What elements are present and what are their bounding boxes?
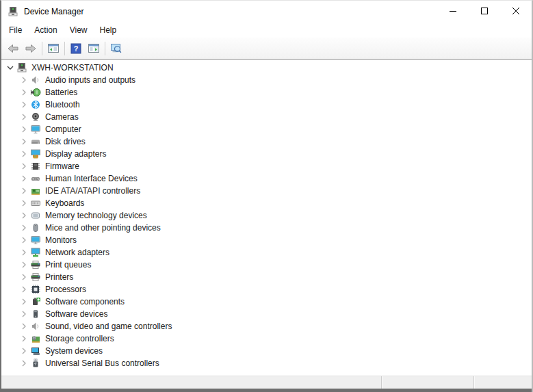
firmware-icon [30,161,41,172]
chevron-right-icon[interactable] [18,321,30,332]
tree-item-cameras[interactable]: Cameras [1,111,532,123]
tree-item-processors[interactable]: Processors [1,283,532,296]
statusbar [1,376,532,389]
tree-item-mice-and-other-pointing-devices[interactable]: Mice and other pointing devices [1,222,532,234]
chevron-right-icon[interactable] [18,296,30,307]
tree-item-ide-ata-atapi-controllers[interactable]: IDE ATA/ATAPI controllers [1,185,532,197]
tree-item-software-devices[interactable]: Software devices [1,308,532,320]
battery-icon [30,87,41,98]
chevron-right-icon[interactable] [18,99,30,110]
tree-item-firmware[interactable]: Firmware [1,160,532,172]
menu-file[interactable]: File [3,23,28,37]
close-button[interactable] [500,1,532,21]
software-component-icon [30,296,41,307]
tree-item-print-queues[interactable]: Print queues [1,259,532,271]
chevron-right-icon[interactable] [18,247,30,258]
arrow-left-icon [7,42,19,55]
tree-item-storage-controllers[interactable]: Storage controllers [1,332,532,345]
device-manager-icon [8,6,18,17]
tree-item-keyboards[interactable]: Keyboards [1,197,532,209]
chevron-right-icon[interactable] [18,272,30,283]
chevron-right-icon[interactable] [18,136,30,147]
window-bottom-border [1,389,532,392]
svg-text:?: ? [74,44,79,53]
tree-item-disk-drives[interactable]: Disk drives [1,135,532,148]
chevron-right-icon[interactable] [18,358,30,369]
tree-root-workstation[interactable]: XWH-WORKSTATION [1,62,532,74]
audio-icon [30,75,41,86]
window-controls [437,1,532,23]
status-pane [1,376,382,389]
chevron-right-icon[interactable] [18,259,30,270]
memory-icon [30,210,41,221]
tree-item-sound-video-and-game-controllers[interactable]: Sound, video and game controllers [1,320,532,332]
tree-root-label[interactable]: XWH-WORKSTATION [30,62,115,73]
processor-icon [30,284,41,295]
help-button[interactable]: ? [67,40,85,57]
help-icon: ? [70,42,82,55]
toolbar-separator [42,42,42,55]
chevron-right-icon[interactable] [18,235,30,246]
action-pane-icon [88,42,100,55]
chevron-down-icon[interactable] [4,62,16,73]
tree-item-audio-inputs-and-outputs[interactable]: Audio inputs and outputs [1,74,532,86]
close-icon [512,8,519,14]
forward-button[interactable] [22,40,40,57]
tree-item-memory-technology-devices[interactable]: Memory technology devices [1,209,532,222]
tree-item-display-adapters[interactable]: Display adapters [1,148,532,160]
print-queue-icon [30,259,41,270]
tree-item-bluetooth[interactable]: Bluetooth [1,99,532,111]
minimize-icon [450,8,456,14]
ide-icon [30,185,41,196]
tree-item-batteries[interactable]: Batteries [1,86,532,99]
maximize-icon [481,8,488,14]
minimize-button[interactable] [437,1,469,21]
monitor-icon [30,235,41,246]
chevron-right-icon[interactable] [18,309,30,319]
status-pane [382,376,474,389]
show-action-pane-button[interactable] [85,40,103,57]
bluetooth-icon [30,99,41,110]
chevron-right-icon[interactable] [18,173,30,184]
menu-action[interactable]: Action [28,23,63,37]
chevron-right-icon[interactable] [18,161,30,172]
toolbar-separator [105,42,105,55]
sound-icon [30,321,41,332]
scan-hardware-changes-button[interactable] [107,40,125,57]
tree-item-computer[interactable]: Computer [1,123,532,135]
chevron-right-icon[interactable] [18,87,30,98]
back-button[interactable] [4,40,22,57]
workstation-icon [16,62,27,73]
tree-item-printers[interactable]: Printers [1,271,532,283]
tree-item-human-interface-devices[interactable]: Human Interface Devices [1,172,532,185]
chevron-right-icon[interactable] [18,198,30,209]
tree-item-universal-serial-bus-controllers[interactable]: Universal Serial Bus controllers [1,357,532,369]
chevron-right-icon[interactable] [18,112,30,122]
chevron-right-icon[interactable] [18,333,30,344]
storage-icon [30,333,41,344]
menu-help[interactable]: Help [94,23,123,37]
printer-icon [30,272,41,283]
chevron-right-icon[interactable] [18,148,30,159]
chevron-right-icon[interactable] [18,222,30,233]
chevron-right-icon[interactable] [18,284,30,295]
chevron-right-icon[interactable] [18,75,30,86]
keyboard-icon [30,198,41,209]
titlebar[interactable]: Device Manager [1,1,532,23]
tree-item-system-devices[interactable]: System devices [1,345,532,357]
system-icon [30,345,41,356]
menubar: File Action View Help [1,23,532,38]
tree-item-software-components[interactable]: Software components [1,296,532,308]
chevron-right-icon[interactable] [18,345,30,356]
network-icon [30,247,41,258]
chevron-right-icon[interactable] [18,210,30,221]
chevron-right-icon[interactable] [18,185,30,196]
tree-item-monitors[interactable]: Monitors [1,234,532,246]
tree-item-network-adapters[interactable]: Network adapters [1,246,532,259]
maximize-button[interactable] [469,1,500,21]
show-console-tree-button[interactable] [44,40,62,57]
status-pane [474,376,532,389]
display-adapter-icon [30,148,41,159]
chevron-right-icon[interactable] [18,124,30,135]
menu-view[interactable]: View [64,23,94,37]
